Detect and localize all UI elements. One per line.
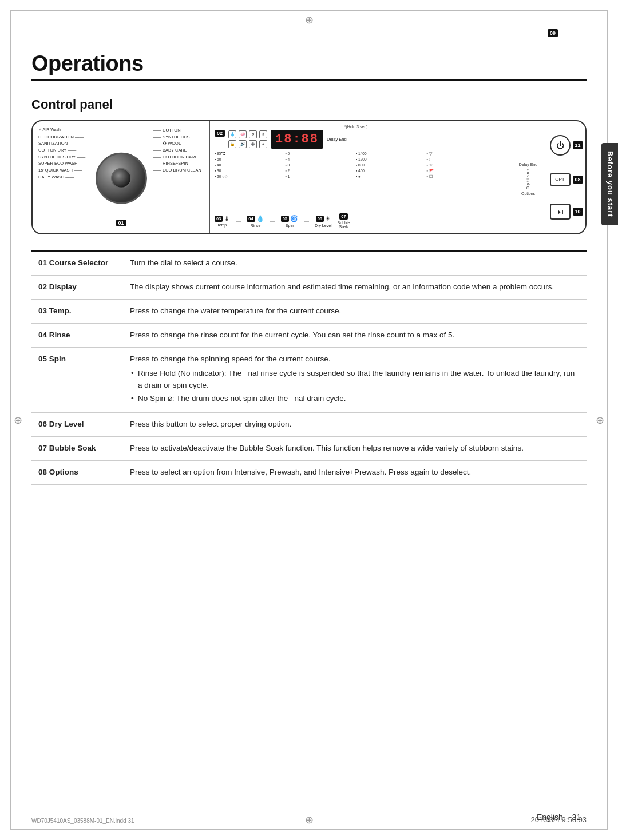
table-row-07: 07 Bubble Soak Press to activate/deactiv… — [31, 437, 587, 461]
footer: WD70J5410AS_03588M-01_EN.indd 31 2016/3/… — [31, 815, 587, 824]
dry-col: ▪ ▽ ▪ ↕ ▪ ☆ ▪ 🚩 ▪ ☑ — [427, 151, 498, 179]
right-col-btns: ⏻ 11 OPT 08 ⏯ 10 — [550, 126, 582, 229]
label-11: 11 — [573, 141, 583, 149]
plus-icon: ➕ — [249, 140, 257, 148]
label-05: 05 — [281, 216, 289, 222]
icon-row-1: 💧 🧼 ↻ ☀ — [228, 130, 267, 138]
item-label-02: 02 Display — [31, 275, 123, 299]
label-04: 04 — [247, 216, 255, 222]
item-desc-01: Turn the dial to select a course. — [123, 251, 587, 275]
table-row-06: 06 Dry Level Press this button to select… — [31, 413, 587, 437]
data-grid: ▪ 95℃ ▪ 60 ▪ 40 ▪ 30 ▪ 20 ○☆ ▪ 5 ▪ 4 ▪ 3… — [215, 151, 497, 179]
dry-icon-btn: ☀ — [325, 215, 331, 222]
spin-icon-btn: 🌀 — [290, 215, 298, 222]
power-row: ⏻ 11 — [550, 135, 583, 156]
item-label-01: 01 Course Selector — [31, 251, 123, 275]
panel-middle: *(Hold 3 sec) 02 💧 🧼 ↻ ☀ 🔒 🔊 ➕ — [210, 121, 502, 233]
title-underline — [31, 79, 587, 81]
dry-3: ▪ ☆ — [427, 162, 498, 168]
btn-06-label: Dry Level — [315, 224, 332, 228]
options-row: OPT 08 — [550, 173, 583, 186]
options-label-right: Options — [521, 192, 535, 196]
delay-end-options-vertical: Options — [526, 168, 530, 189]
btn-07: 07 BubbleSoak — [338, 213, 350, 229]
play-row: ⏯ 10 — [550, 204, 583, 220]
add-icon: + — [259, 140, 267, 148]
wash-icon: 💧 — [228, 130, 236, 138]
rinse-1: ▪ 1 — [286, 174, 356, 179]
table-row-02: 02 Display The display shows current cou… — [31, 275, 587, 299]
dial-inner — [111, 168, 132, 189]
content-area: Operations Control panel ✓ AIR Wash DEOD… — [31, 23, 587, 496]
display-area: 02 💧 🧼 ↻ ☀ 🔒 🔊 ➕ + — [215, 130, 497, 149]
spin-1200: ▪ 1200 — [356, 157, 427, 162]
control-panel-diagram: ✓ AIR Wash DEODORIZATION —— SANITIZATION… — [31, 120, 587, 234]
table-row-08: 08 Options Press to select an option fro… — [31, 461, 587, 485]
rinse-5: ▪ 5 — [286, 151, 356, 156]
label-10: 10 — [573, 208, 583, 216]
item-label-04: 04 Rinse — [31, 323, 123, 347]
sep-1: — — [236, 218, 241, 224]
spin-bullet-1: Rinse Hold (No indicator): The nal rinse… — [130, 368, 580, 392]
spin-dot: ▪ ● — [356, 174, 427, 179]
item-desc-06: Press this button to select proper dryin… — [123, 413, 587, 437]
table-row-03: 03 Temp. Press to change the water tempe… — [31, 299, 587, 323]
options-button[interactable]: OPT — [550, 173, 571, 186]
page-title: Operations — [31, 51, 587, 76]
rinse-2: ▪ 2 — [286, 168, 356, 173]
dry-1: ▪ ▽ — [427, 151, 498, 156]
temp-col: ▪ 95℃ ▪ 60 ▪ 40 ▪ 30 ▪ 20 ○☆ — [215, 151, 286, 179]
btn-05: 05 🌀 Spin — [281, 215, 298, 228]
label-02: 02 — [215, 130, 225, 137]
delay-end-label: Delay End — [327, 137, 347, 142]
label-03: 03 — [215, 216, 223, 222]
course-list-left: ✓ AIR Wash DEODORIZATION —— SANITIZATION… — [38, 127, 88, 180]
item-label-07: 07 Bubble Soak — [31, 437, 123, 461]
lock-icon: 🔒 — [228, 140, 236, 148]
item-label-03: 03 Temp. — [31, 299, 123, 323]
temp-30: ▪ 30 — [215, 168, 286, 173]
icon-row-2: 🔒 🔊 ➕ + — [228, 140, 267, 148]
dial-outer — [96, 153, 147, 204]
btn-03-label: Temp. — [217, 223, 228, 227]
footer-filename: WD70J5410AS_03588M-01_EN.indd 31 — [31, 818, 134, 824]
item-desc-08: Press to select an option from Intensive… — [123, 461, 587, 485]
spin-icon: ↻ — [249, 130, 257, 138]
dry-icon: ☀ — [259, 130, 267, 138]
item-desc-04: Press to change the rinse count for the … — [123, 323, 587, 347]
delay-end-vertical: Delay End Options — [519, 162, 537, 189]
panel-left: ✓ AIR Wash DEODORIZATION —— SANITIZATION… — [33, 121, 210, 233]
item-label-05: 05 Spin — [31, 347, 123, 413]
course-list-right: —— COTTON —— SYNTHETICS —— ♻ WOOL —— BAB… — [153, 127, 201, 173]
spin-col: ▪ 1400 ▪ 1200 ▪ 800 ▪ 400 ▪ ● — [356, 151, 427, 179]
power-button[interactable]: ⏻ — [550, 135, 571, 156]
item-desc-05: Press to change the spinning speed for t… — [123, 347, 587, 413]
bottom-buttons: 03 🌡 Temp. — 04 💧 Rinse — 05 — [215, 213, 497, 229]
start-pause-button[interactable]: ⏯ — [550, 204, 571, 220]
spin-bullet-2: No Spin ⌀: The drum does not spin after … — [130, 393, 580, 405]
rinse-4: ▪ 4 — [286, 157, 356, 162]
dry-4: ▪ 🚩 — [427, 168, 498, 173]
table-row-04: 04 Rinse Press to change the rinse count… — [31, 323, 587, 347]
btn-05-label: Spin — [286, 224, 294, 228]
item-desc-07: Press to activate/deactivate the Bubble … — [123, 437, 587, 461]
temp-95: ▪ 95℃ — [215, 151, 286, 156]
rinse-3: ▪ 3 — [286, 162, 356, 168]
rinse-col: ▪ 5 ▪ 4 ▪ 3 ▪ 2 ▪ 1 — [286, 151, 356, 179]
sound-icon: 🔊 — [239, 140, 247, 148]
sidebar-tab: Before you start — [601, 143, 618, 225]
dry-5: ▪ ☑ — [427, 174, 498, 179]
sep-3: — — [304, 218, 309, 224]
spin-1400: ▪ 1400 — [356, 151, 427, 156]
bubble-icon: 🧼 — [239, 130, 247, 138]
spin-400: ▪ 400 — [356, 168, 427, 173]
display-screen: 18:88 — [271, 130, 323, 149]
temp-icon: 🌡 — [224, 215, 230, 222]
page-number: 31 — [572, 813, 581, 822]
panel-right-inner: Delay End Options Options ⏻ 11 OPT 08 — [506, 126, 582, 229]
temp-60: ▪ 60 — [215, 157, 286, 162]
dry-2: ▪ ↕ — [427, 157, 498, 162]
table-row-01: 01 Course Selector Turn the dial to sele… — [31, 251, 587, 275]
rinse-icon: 💧 — [256, 215, 264, 222]
temp-20: ▪ 20 ○☆ — [215, 174, 286, 179]
